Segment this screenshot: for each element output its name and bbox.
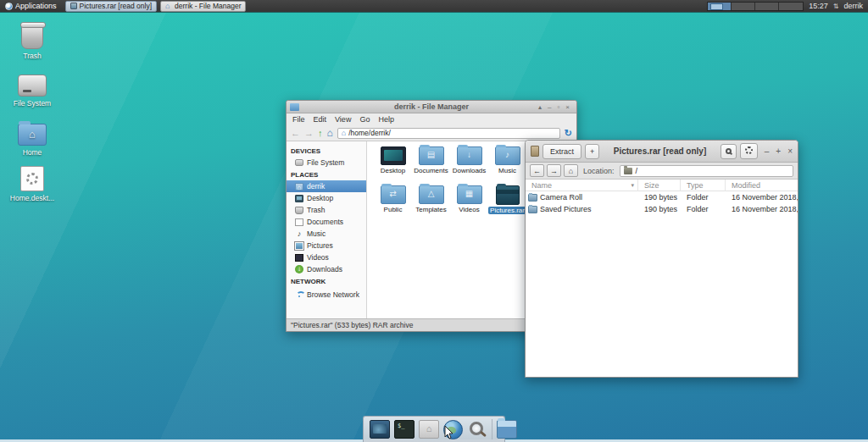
applications-menu-button[interactable]: Applications <box>0 0 62 13</box>
home-icon: ⌂ <box>165 3 172 9</box>
home-folder-icon[interactable] <box>419 420 439 439</box>
document-icon <box>295 218 303 226</box>
file-manager-titlebar[interactable]: derrik - File Manager ▴ – ▫ × <box>287 101 576 113</box>
menu-button[interactable] <box>740 143 758 159</box>
add-files-button[interactable]: + <box>585 144 599 159</box>
column-header-name[interactable]: Name ▾ <box>526 180 638 191</box>
home-folder-icon <box>18 124 47 146</box>
back-button[interactable]: ← <box>530 164 544 177</box>
network-header: NETWORK <box>287 275 366 287</box>
sidebar-item-trash[interactable]: Trash <box>287 204 366 216</box>
column-header-size[interactable]: Size <box>638 180 681 191</box>
address-bar[interactable]: ⌂ /home/derrik/ <box>337 128 560 139</box>
folder-icon: ♪ <box>495 146 520 165</box>
location-field[interactable]: / <box>620 165 793 177</box>
file-item-pictures-rar[interactable]: Pictures.rar <box>488 185 526 224</box>
home-button[interactable]: ⌂ <box>564 164 578 177</box>
location-path: / <box>636 167 638 175</box>
folder-icon <box>624 168 632 174</box>
file-item-desktop[interactable]: Desktop <box>374 146 412 185</box>
workspace-4[interactable] <box>779 3 803 10</box>
devices-header: DEVICES <box>287 145 366 157</box>
file-item-documents[interactable]: ▤ Documents <box>412 146 450 185</box>
column-header-modified[interactable]: Modified <box>726 180 798 191</box>
user-menu[interactable]: derrik <box>843 2 863 10</box>
film-icon <box>295 254 303 262</box>
maximize-button[interactable]: + <box>776 146 781 156</box>
location-label: Location: <box>583 167 615 175</box>
desktop-launcher-icon <box>20 166 44 191</box>
sidebar-item-file-system[interactable]: File System <box>287 157 366 169</box>
taskbar-item-pictures-rar[interactable]: Pictures.rar [read only] <box>65 1 158 12</box>
home-icon: ⌂ <box>295 183 303 191</box>
menu-file[interactable]: File <box>292 115 305 124</box>
file-manager-icon[interactable] <box>497 420 517 439</box>
rar-archive-icon <box>496 185 520 205</box>
wifi-icon <box>295 291 303 299</box>
table-row-saved-pictures[interactable]: Saved Pictures 190 bytes Folder 16 Novem… <box>526 203 798 215</box>
up-icon[interactable]: ↑ <box>318 128 323 138</box>
picture-icon <box>295 242 303 250</box>
download-icon: ↓ <box>295 265 303 273</box>
desktop-icon-home-desktop-file[interactable]: Home.deskt... <box>7 166 58 202</box>
terminal-icon[interactable] <box>394 420 415 439</box>
folder-icon: ↓ <box>457 146 482 165</box>
sidebar-item-music[interactable]: ♪ Music <box>287 228 366 240</box>
sidebar-item-downloads[interactable]: ↓ Downloads <box>287 263 366 275</box>
keyboard-indicator-icon[interactable]: ⇅ <box>833 3 839 10</box>
sidebar-item-derrik[interactable]: ⌂ derrik <box>287 180 366 192</box>
search-button[interactable] <box>721 144 737 159</box>
menu-help[interactable]: Help <box>378 115 394 124</box>
menu-view[interactable]: View <box>335 115 351 124</box>
column-header-type[interactable]: Type <box>681 180 726 191</box>
window-home-icon <box>290 103 299 111</box>
table-row-camera-roll[interactable]: Camera Roll 190 bytes Folder 16 November… <box>526 191 798 203</box>
desktop-icon-home[interactable]: Home <box>7 124 58 157</box>
sidebar-item-browse-network[interactable]: Browse Network <box>287 287 366 302</box>
mouse-cursor <box>444 426 454 439</box>
address-path: /home/derrik/ <box>348 129 391 137</box>
sidebar-item-pictures[interactable]: Pictures <box>287 240 366 251</box>
archive-file-table: Name ▾ Size Type Modified Camera Roll 19… <box>526 180 798 377</box>
xfce-logo-icon <box>5 3 13 10</box>
desktop-icon-trash[interactable]: Trash <box>7 24 58 60</box>
file-item-public[interactable]: ⇄ Public <box>374 185 412 224</box>
show-desktop-icon[interactable] <box>370 420 390 439</box>
taskbar-item-file-manager[interactable]: ⌂ derrik - File Manager <box>160 1 246 12</box>
applications-label: Applications <box>15 2 57 10</box>
archive-location-bar: ← → ⌂ Location: / <box>526 163 798 180</box>
home-button-icon[interactable]: ⌂ <box>327 127 333 139</box>
desktop-icon-file-system[interactable]: File System <box>7 75 58 108</box>
close-button[interactable]: × <box>787 146 793 156</box>
gear-icon <box>745 146 753 154</box>
archive-app-icon <box>531 146 539 157</box>
file-item-downloads[interactable]: ↓ Downloads <box>450 146 488 185</box>
back-icon[interactable]: ← <box>291 129 300 138</box>
archive-headerbar[interactable]: Extract + Pictures.rar [read only] – + × <box>526 141 798 163</box>
folder-icon: ⇄ <box>381 185 406 204</box>
sidebar-item-documents[interactable]: Documents <box>287 216 366 228</box>
workspace-3[interactable] <box>755 3 779 10</box>
workspace-1[interactable] <box>708 3 732 10</box>
clock: 15:27 <box>809 2 828 10</box>
extract-button[interactable]: Extract <box>542 144 581 159</box>
menu-go[interactable]: Go <box>359 115 370 124</box>
forward-button[interactable]: → <box>547 164 561 177</box>
sidebar-item-videos[interactable]: Videos <box>287 251 366 263</box>
file-item-templates[interactable]: △ Templates <box>412 185 450 224</box>
dock-panel <box>363 416 505 442</box>
folder-icon: ▤ <box>419 146 444 165</box>
menu-edit[interactable]: Edit <box>314 115 327 124</box>
minimize-button[interactable]: – <box>765 146 770 156</box>
workspace-2[interactable] <box>732 3 755 10</box>
forward-icon[interactable]: → <box>304 129 314 138</box>
search-icon[interactable] <box>467 420 487 439</box>
file-item-music[interactable]: ♪ Music <box>488 146 526 185</box>
refresh-icon[interactable]: ↻ <box>565 128 572 139</box>
trash-icon <box>21 24 43 49</box>
search-icon <box>726 148 732 154</box>
sidebar-item-desktop[interactable]: Desktop <box>287 192 366 204</box>
archive-icon <box>70 3 77 9</box>
file-item-videos[interactable]: ▦ Videos <box>450 185 488 224</box>
desktop-folder-icon <box>381 146 406 165</box>
